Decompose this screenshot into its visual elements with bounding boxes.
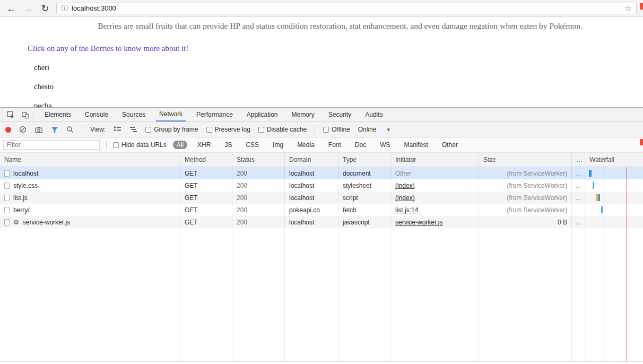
filter-pill-all[interactable]: All — [173, 141, 187, 149]
throttling-value: Online — [358, 126, 377, 133]
capture-screenshots-button[interactable] — [34, 126, 43, 134]
request-more: … — [572, 216, 585, 228]
record-button[interactable] — [5, 127, 11, 133]
request-initiator-link[interactable]: list.js:14 — [395, 206, 418, 214]
divider — [82, 126, 82, 134]
hide-data-urls-checkbox[interactable]: Hide data URLs — [113, 141, 167, 149]
devtools-tabs: Elements Console Sources Network Perform… — [38, 108, 390, 122]
network-table-empty-area — [0, 228, 643, 361]
tab-audits[interactable]: Audits — [362, 108, 386, 122]
request-status: 200 — [232, 192, 285, 204]
device-toolbar-icon[interactable] — [18, 111, 33, 119]
throttling-select[interactable]: Online ▾ — [358, 126, 390, 133]
filter-pill-css[interactable]: CSS — [242, 141, 263, 149]
column-header-method[interactable]: Method — [180, 153, 232, 167]
load-event-line — [626, 167, 627, 361]
tab-console[interactable]: Console — [82, 108, 111, 122]
request-type: javascript — [338, 216, 391, 228]
address-bar[interactable]: ⓘ localhost:3000 ☆ — [56, 3, 637, 14]
request-initiator-link[interactable]: (index) — [395, 182, 415, 189]
back-button[interactable]: ← — [5, 4, 17, 13]
info-icon[interactable]: ⓘ — [61, 4, 68, 13]
request-row-style-css[interactable]: style.css GET 200 localhost stylesheet (… — [0, 179, 643, 192]
berry-item-chesto[interactable]: chesto — [34, 82, 54, 91]
column-header-initiator[interactable]: Initiator — [391, 153, 479, 167]
column-header-more[interactable]: … — [572, 153, 585, 167]
filter-pill-js[interactable]: JS — [221, 141, 236, 149]
request-file-icon — [4, 170, 10, 177]
column-header-type[interactable]: Type — [338, 153, 391, 167]
column-header-waterfall[interactable]: Waterfall — [585, 153, 643, 167]
filter-pill-ws[interactable]: WS — [376, 141, 394, 149]
clear-button[interactable] — [19, 126, 27, 133]
tab-application[interactable]: Application — [244, 108, 281, 122]
filter-button[interactable] — [51, 126, 58, 133]
filter-pill-font[interactable]: Font — [325, 141, 345, 149]
request-row-berry[interactable]: berry/ GET 200 pokeapi.co fetch list.js:… — [0, 204, 643, 216]
request-more: … — [572, 192, 585, 204]
checkbox-icon — [113, 142, 119, 148]
column-header-status[interactable]: Status — [232, 153, 285, 167]
tab-security[interactable]: Security — [325, 108, 354, 122]
request-initiator-link[interactable]: service-worker.js — [395, 219, 442, 226]
request-type: stylesheet — [338, 179, 391, 192]
offline-checkbox[interactable]: Offline — [323, 126, 350, 133]
request-row-service-worker-js[interactable]: ⚙service-worker.js GET 200 localhost jav… — [0, 216, 643, 228]
reload-button[interactable]: ↻ — [39, 4, 51, 13]
bookmark-star-icon[interactable]: ☆ — [625, 4, 632, 13]
filter-pill-manifest[interactable]: Manifest — [401, 141, 432, 149]
gear-icon: ⚙ — [13, 219, 19, 226]
view-overview-icon[interactable] — [129, 126, 137, 133]
offline-label: Offline — [332, 126, 350, 133]
waterfall-cell — [585, 179, 643, 192]
request-method: GET — [180, 167, 232, 179]
forward-button[interactable]: → — [22, 4, 34, 13]
filter-pill-media[interactable]: Media — [293, 141, 318, 149]
waterfall-cell — [585, 216, 643, 228]
filter-input[interactable] — [3, 140, 100, 150]
record-icon — [5, 127, 11, 133]
divider — [106, 141, 107, 149]
view-list-icon[interactable] — [114, 126, 121, 133]
disable-cache-label: Disable cache — [267, 126, 307, 133]
column-header-size[interactable]: Size — [479, 153, 572, 167]
filter-pill-other[interactable]: Other — [438, 141, 462, 149]
checkbox-icon — [258, 127, 264, 133]
hide-data-urls-label: Hide data URLs — [121, 141, 167, 149]
request-status: 200 — [232, 204, 285, 216]
berry-item-cheri[interactable]: cheri — [34, 63, 49, 72]
column-header-name[interactable]: Name — [0, 153, 180, 167]
page-content: Berries are small fruits that can provid… — [0, 17, 643, 107]
request-row-localhost[interactable]: localhost GET 200 localhost document Oth… — [0, 167, 643, 179]
request-domain: localhost — [285, 179, 338, 192]
tab-memory[interactable]: Memory — [289, 108, 318, 122]
request-initiator-link[interactable]: (index) — [395, 194, 415, 202]
browser-toolbar: ← → ↻ ⓘ localhost:3000 ☆ — [0, 0, 643, 17]
request-status: 200 — [232, 167, 285, 179]
group-by-frame-checkbox[interactable]: Group by frame — [145, 126, 198, 133]
inspect-element-icon[interactable] — [3, 111, 18, 119]
preserve-log-checkbox[interactable]: Preserve log — [206, 126, 250, 133]
tab-sources[interactable]: Sources — [119, 108, 149, 122]
column-header-domain[interactable]: Domain — [285, 153, 338, 167]
waterfall-bar — [593, 182, 594, 189]
waterfall-cell — [585, 167, 643, 179]
filter-pill-doc[interactable]: Doc — [351, 141, 370, 149]
devtools-panel: Elements Console Sources Network Perform… — [0, 107, 643, 364]
network-table-header: Name Method Status Domain Type Initiator… — [0, 153, 643, 167]
request-size: (from ServiceWorker) — [479, 167, 572, 179]
filter-pill-img[interactable]: Img — [269, 141, 287, 149]
request-status: 200 — [232, 216, 285, 228]
search-button[interactable] — [66, 126, 74, 133]
view-label: View: — [90, 126, 106, 133]
url-text: localhost:3000 — [72, 4, 621, 12]
tab-network[interactable]: Network — [156, 108, 186, 122]
checkbox-icon — [145, 127, 151, 133]
network-filter-bar: Hide data URLs All XHR JS CSS Img Media … — [0, 137, 643, 153]
request-method: GET — [180, 179, 232, 192]
filter-pill-xhr[interactable]: XHR — [194, 141, 214, 149]
request-row-list-js[interactable]: list.js GET 200 localhost script (index)… — [0, 192, 643, 204]
tab-performance[interactable]: Performance — [193, 108, 236, 122]
disable-cache-checkbox[interactable]: Disable cache — [258, 126, 307, 133]
tab-elements[interactable]: Elements — [41, 108, 74, 122]
